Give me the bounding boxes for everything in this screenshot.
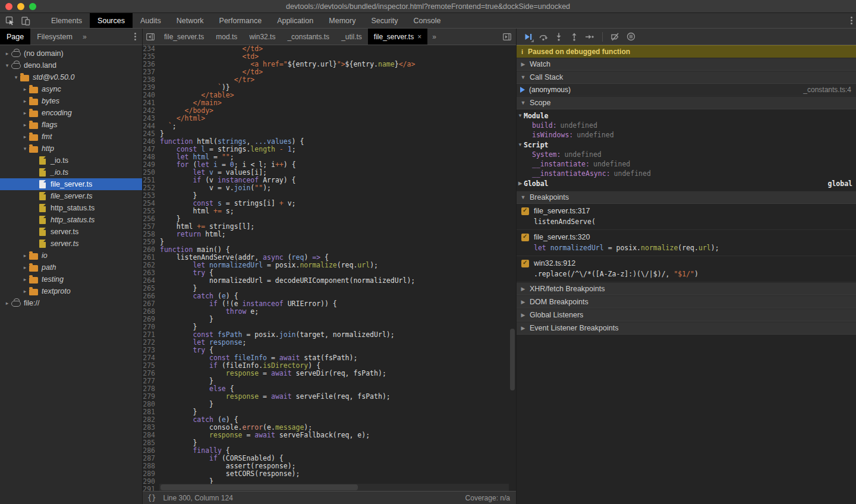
tab-sources[interactable]: Sources bbox=[90, 13, 133, 28]
tree-item-encoding[interactable]: ▸encoding bbox=[0, 107, 142, 119]
property-name: isWindows bbox=[532, 131, 569, 139]
tree-item-http_status.ts[interactable]: http_status.ts bbox=[0, 202, 142, 214]
section-global-listeners[interactable]: ▶Global Listeners bbox=[517, 308, 856, 322]
tree-item-std@v0.50.0[interactable]: ▾std@v0.50.0 bbox=[0, 71, 142, 83]
toggle-debugger-sidebar-icon[interactable] bbox=[503, 33, 511, 40]
editor-tab-_constants.ts[interactable]: _constants.ts bbox=[281, 29, 335, 45]
editor-tab-active-file_server.ts[interactable]: file_server.ts× bbox=[368, 29, 427, 45]
scope-property[interactable]: isWindows:undefined bbox=[517, 130, 856, 140]
tree-item-file[interactable]: ▸file:// bbox=[0, 297, 142, 309]
tab-console[interactable]: Console bbox=[406, 13, 449, 28]
pause-on-exceptions-button[interactable] bbox=[623, 30, 638, 44]
tab-page[interactable]: Page bbox=[0, 29, 30, 45]
breakpoint-checkbox[interactable] bbox=[521, 207, 529, 215]
code-line[interactable]: 244 `; bbox=[143, 122, 516, 130]
breakpoint-entry[interactable]: file_server.ts:320let normalizedUrl = po… bbox=[517, 230, 856, 256]
tree-item-http[interactable]: ▾http bbox=[0, 143, 142, 155]
tree-item-file_server.ts[interactable]: file_server.ts bbox=[0, 178, 142, 190]
more-tabs-chevron-icon[interactable]: » bbox=[79, 29, 90, 45]
breakpoint-checkbox[interactable] bbox=[521, 260, 529, 267]
deactivate-breakpoints-button[interactable] bbox=[608, 30, 623, 44]
zoom-window-button[interactable] bbox=[29, 3, 36, 10]
code-line[interactable]: 243 </html> bbox=[143, 115, 516, 122]
tree-item-server.ts[interactable]: server.ts bbox=[0, 226, 142, 238]
tree-item-bytes[interactable]: ▸bytes bbox=[0, 95, 142, 107]
section-call-stack[interactable]: ▼ Call Stack bbox=[517, 71, 856, 84]
scope-group-script[interactable]: ▼Script bbox=[517, 140, 856, 150]
code-line[interactable]: 284 response = await serveFallback(req, … bbox=[143, 431, 516, 439]
tree-item-fmt[interactable]: ▸fmt bbox=[0, 131, 142, 143]
tree-item-_io.ts[interactable]: _io.ts bbox=[0, 155, 142, 166]
device-toolbar-icon[interactable] bbox=[18, 14, 33, 28]
tree-item-async[interactable]: ▸async bbox=[0, 83, 142, 95]
section-watch[interactable]: ▶ Watch bbox=[517, 58, 856, 71]
tab-security[interactable]: Security bbox=[363, 13, 405, 28]
resume-script-button[interactable] bbox=[520, 30, 536, 44]
tab-filesystem[interactable]: Filesystem bbox=[30, 29, 79, 45]
tab-elements[interactable]: Elements bbox=[43, 13, 90, 28]
tree-item-io[interactable]: ▸io bbox=[0, 250, 142, 262]
breakpoint-entry[interactable]: win32.ts:912.replace(/^\/*([A-Za-z]:)(\/… bbox=[517, 256, 856, 282]
tree-item-textproto[interactable]: ▸textproto bbox=[0, 285, 142, 297]
breakpoint-entry[interactable]: file_server.ts:317listenAndServe( bbox=[517, 204, 856, 230]
tree-item-file_server.ts[interactable]: file_server.ts bbox=[0, 190, 142, 202]
tab-memory[interactable]: Memory bbox=[321, 13, 363, 28]
code-line[interactable]: 252 v = v.join(""); bbox=[143, 184, 516, 192]
close-window-button[interactable] bbox=[5, 3, 12, 10]
step-button[interactable] bbox=[582, 30, 597, 44]
editor-tab-win32.ts[interactable]: win32.ts bbox=[243, 29, 281, 45]
tree-item-flags[interactable]: ▸flags bbox=[0, 119, 142, 131]
close-tab-icon[interactable]: × bbox=[417, 33, 421, 41]
step-out-button[interactable] bbox=[567, 30, 582, 44]
code-line[interactable]: 264 normalizedUrl = decodeURIComponent(n… bbox=[143, 277, 516, 285]
editor-tab-file_server.ts[interactable]: file_server.ts bbox=[158, 29, 210, 45]
line-number[interactable]: 291 bbox=[143, 486, 158, 491]
breakpoint-checkbox[interactable] bbox=[521, 234, 529, 241]
code-line[interactable]: 269 } bbox=[143, 316, 516, 323]
tree-item-http_status.ts[interactable]: http_status.ts bbox=[0, 214, 142, 226]
step-into-button[interactable] bbox=[551, 30, 567, 44]
scope-group-global[interactable]: ▶Globalglobal bbox=[517, 178, 856, 188]
section-breakpoints[interactable]: ▼ Breakpoints bbox=[517, 191, 856, 204]
navigator-menu-icon[interactable] bbox=[134, 33, 136, 40]
tab-audits[interactable]: Audits bbox=[133, 13, 169, 28]
section-scope[interactable]: ▼ Scope bbox=[517, 96, 856, 109]
scope-group-module[interactable]: ▼Module bbox=[517, 111, 856, 121]
scope-property[interactable]: System:undefined bbox=[517, 150, 856, 159]
tab-network[interactable]: Network bbox=[169, 13, 212, 28]
property-value: undefined bbox=[593, 160, 630, 168]
tab-performance[interactable]: Performance bbox=[212, 13, 270, 28]
window-title: devtools://devtools/bundled/inspector.ht… bbox=[0, 2, 856, 11]
editor-vertical-scrollbar[interactable] bbox=[509, 45, 515, 491]
minimize-window-button[interactable] bbox=[17, 3, 24, 10]
code-line[interactable]: 258 return html; bbox=[143, 231, 516, 238]
call-stack-frame[interactable]: (anonymous)_constants.ts:4 bbox=[517, 84, 856, 96]
hide-navigator-icon[interactable] bbox=[143, 29, 158, 45]
section-dom-breakpoints[interactable]: ▶DOM Breakpoints bbox=[517, 295, 856, 308]
tab-application[interactable]: Application bbox=[269, 13, 321, 28]
scope-property[interactable]: __instantiateAsync:undefined bbox=[517, 169, 856, 178]
code-line[interactable]: 280 } bbox=[143, 401, 516, 408]
editor-tab-mod.ts[interactable]: mod.ts bbox=[210, 29, 243, 45]
customize-devtools-icon[interactable] bbox=[851, 17, 852, 24]
tree-item-path[interactable]: ▸path bbox=[0, 262, 142, 273]
tree-item-nodomain[interactable]: ▸(no domain) bbox=[0, 48, 142, 59]
scope-property[interactable]: __instantiate:undefined bbox=[517, 159, 856, 169]
panel-tabs: ElementsSourcesAuditsNetworkPerformanceA… bbox=[43, 13, 448, 28]
section-xhr-fetch-breakpoints[interactable]: ▶XHR/fetch Breakpoints bbox=[517, 282, 856, 295]
scope-property[interactable]: build:undefined bbox=[517, 121, 856, 130]
tree-item-server.ts[interactable]: server.ts bbox=[0, 238, 142, 250]
code-editor[interactable]: 234 </td>235 <td>236 <a href="${entry.ur… bbox=[143, 45, 516, 491]
editor-tab-_util.ts[interactable]: _util.ts bbox=[335, 29, 368, 45]
code-line[interactable]: 255 html += s; bbox=[143, 207, 516, 215]
tree-item-_io.ts[interactable]: _io.ts bbox=[0, 166, 142, 178]
step-over-button[interactable] bbox=[536, 30, 551, 44]
file-gold-icon bbox=[38, 228, 48, 236]
pretty-print-icon[interactable]: {} bbox=[147, 494, 156, 502]
section-event-listener-breakpoints[interactable]: ▶Event Listener Breakpoints bbox=[517, 322, 856, 335]
editor-horizontal-scrollbar[interactable] bbox=[159, 484, 509, 491]
more-editor-tabs-chevron-icon[interactable]: » bbox=[427, 29, 441, 45]
tree-item-testing[interactable]: ▸testing bbox=[0, 273, 142, 285]
inspect-element-icon[interactable] bbox=[2, 14, 18, 28]
tree-item-deno.land[interactable]: ▾deno.land bbox=[0, 59, 142, 71]
